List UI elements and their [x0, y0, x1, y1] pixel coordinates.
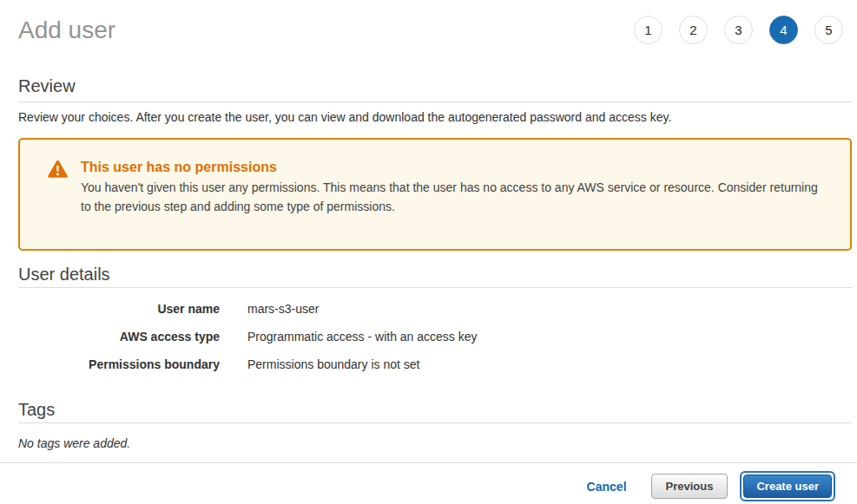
detail-row-permissions-boundary: Permissions boundary Permissions boundar…	[18, 357, 852, 371]
tags-empty-message: No tags were added.	[18, 436, 852, 450]
tags-section: Tags No tags were added.	[18, 400, 852, 450]
detail-label: User name	[18, 302, 220, 316]
no-permissions-warning-banner: This user has no permissions You haven't…	[18, 138, 852, 251]
previous-button[interactable]: Previous	[651, 474, 728, 499]
cancel-button[interactable]: Cancel	[587, 480, 627, 494]
warning-body: You haven't given this user any permissi…	[81, 178, 824, 216]
step-indicator-5[interactable]: 5	[814, 16, 843, 44]
detail-value: Permissions boundary is not set	[247, 357, 419, 371]
user-details-heading: User details	[18, 265, 852, 285]
review-section: Review Review your choices. After you cr…	[18, 76, 852, 251]
warning-content: This user has no permissions You haven't…	[81, 159, 824, 216]
detail-row-user-name: User name mars-s3-user	[18, 302, 852, 316]
add-user-wizard: Add user 1 2 3 4 5 Review Review your ch…	[0, 0, 857, 504]
tags-heading: Tags	[18, 400, 852, 420]
detail-label: AWS access type	[18, 330, 220, 344]
detail-row-access-type: AWS access type Programmatic access - wi…	[18, 330, 852, 344]
footer-bar: Cancel Previous Create user	[0, 462, 857, 501]
step-indicator-group: 1 2 3 4 5	[634, 16, 843, 44]
section-divider	[18, 422, 852, 423]
detail-label: Permissions boundary	[18, 357, 220, 371]
step-indicator-3[interactable]: 3	[724, 16, 753, 44]
detail-value: Programmatic access - with an access key	[247, 330, 478, 344]
step-indicator-2[interactable]: 2	[679, 16, 708, 44]
review-heading: Review	[18, 76, 852, 96]
create-user-button[interactable]: Create user	[743, 475, 832, 498]
page-title: Add user	[18, 16, 115, 44]
review-description: Review your choices. After you create th…	[18, 110, 852, 125]
step-indicator-1[interactable]: 1	[634, 16, 663, 44]
warning-title: This user has no permissions	[81, 159, 824, 175]
user-details-section: User details User name mars-s3-user AWS …	[18, 265, 852, 371]
section-divider	[18, 101, 852, 102]
step-indicator-4[interactable]: 4	[769, 16, 798, 44]
create-user-button-focus-ring: Create user	[740, 471, 835, 501]
page-header: Add user 1 2 3 4 5	[0, 0, 857, 44]
detail-value: mars-s3-user	[247, 302, 319, 316]
warning-triangle-icon	[48, 160, 68, 178]
section-divider	[18, 287, 852, 288]
